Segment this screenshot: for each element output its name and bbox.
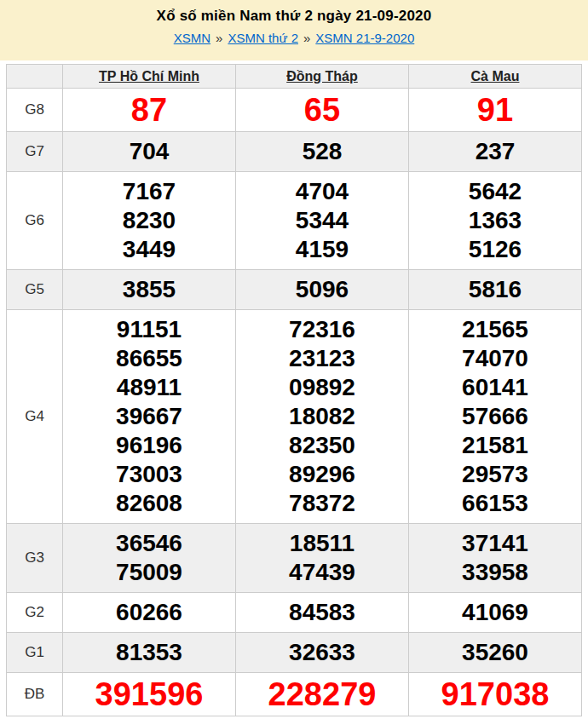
breadcrumb-link-xsmn-thu2[interactable]: XSMN thứ 2 [228, 31, 298, 45]
result-number: 81353 [63, 638, 235, 667]
province-link[interactable]: TP Hồ Chí Minh [99, 69, 199, 83]
result-number: 3449 [63, 235, 235, 264]
result-number: 91 [409, 91, 581, 129]
breadcrumb-separator: » [303, 31, 310, 45]
result-cell: 1851147439 [236, 524, 409, 593]
result-number: 21581 [409, 431, 581, 460]
result-number: 72316 [236, 315, 408, 344]
result-cell: 60266 [63, 593, 236, 633]
result-number: 66153 [409, 489, 581, 518]
result-number: 5126 [409, 235, 581, 264]
prize-label: ĐB [7, 673, 63, 716]
result-number: 32633 [236, 638, 408, 667]
result-number: 528 [236, 137, 408, 166]
prize-label: G8 [7, 89, 63, 132]
result-number: 96196 [63, 431, 235, 460]
result-number: 18511 [236, 529, 408, 558]
result-number: 5096 [236, 275, 408, 304]
result-number: 36546 [63, 529, 235, 558]
result-cell: 470453444159 [236, 172, 409, 270]
result-number: 48911 [63, 373, 235, 402]
result-cell: 716782303449 [63, 172, 236, 270]
result-number: 57666 [409, 402, 581, 431]
result-number: 86655 [63, 344, 235, 373]
result-number: 8230 [63, 206, 235, 235]
table-row: G8876591 [7, 89, 582, 132]
table-row: G3365467500918511474393714133958 [7, 524, 582, 593]
result-number: 23123 [236, 344, 408, 373]
result-number: 1363 [409, 206, 581, 235]
column-header: Cà Mau [409, 65, 582, 89]
results-table: TP Hồ Chí MinhĐồng ThápCà Mau G8876591G7… [6, 64, 582, 716]
prize-label: G4 [7, 310, 63, 524]
result-cell: 5096 [236, 270, 409, 310]
result-number: 391596 [63, 676, 235, 713]
result-number: 65 [236, 91, 408, 129]
breadcrumb: XSMN»XSMN thứ 2»XSMN 21-9-2020 [0, 31, 588, 45]
result-cell: 41069 [409, 593, 582, 633]
result-number: 228279 [236, 676, 408, 713]
result-number: 75009 [63, 558, 235, 587]
result-cell: 3654675009 [63, 524, 236, 593]
table-row: G2602668458341069 [7, 593, 582, 633]
result-number: 7167 [63, 177, 235, 206]
result-cell: 21565740706014157666215812957366153 [409, 310, 582, 524]
breadcrumb-link-xsmn-date[interactable]: XSMN 21-9-2020 [315, 31, 414, 45]
result-cell: 3855 [63, 270, 236, 310]
result-cell: 81353 [63, 633, 236, 673]
result-number: 21565 [409, 315, 581, 344]
province-link[interactable]: Đồng Tháp [286, 69, 358, 83]
breadcrumb-separator: » [216, 31, 222, 45]
result-cell: 3714133958 [409, 524, 582, 593]
breadcrumb-link-xsmn[interactable]: XSMN [174, 31, 210, 45]
result-cell: 5816 [409, 270, 582, 310]
prize-label: G3 [7, 524, 63, 593]
result-number: 3855 [63, 275, 235, 304]
result-number: 917038 [409, 676, 581, 713]
result-cell: 65 [236, 89, 409, 132]
column-header: TP Hồ Chí Minh [63, 65, 236, 89]
result-number: 82350 [236, 431, 408, 460]
result-cell: 91 [409, 89, 582, 132]
result-number: 35260 [409, 638, 581, 667]
result-cell: 391596 [63, 673, 236, 716]
result-number: 33958 [409, 558, 581, 587]
result-number: 09892 [236, 373, 408, 402]
column-header: Đồng Tháp [236, 65, 409, 89]
result-cell: 237 [409, 132, 582, 172]
result-cell: 72316231230989218082823508929678372 [236, 310, 409, 524]
result-cell: 91151866554891139667961967300382608 [63, 310, 236, 524]
result-number: 60141 [409, 373, 581, 402]
result-number: 4159 [236, 235, 408, 264]
result-number: 39667 [63, 402, 235, 431]
result-number: 237 [409, 137, 581, 166]
results-body: G8876591G7704528237G67167823034494704534… [7, 89, 582, 716]
result-number: 87 [63, 91, 235, 129]
result-number: 5642 [409, 177, 581, 206]
result-cell: 35260 [409, 633, 582, 673]
result-number: 78372 [236, 489, 408, 518]
result-number: 41069 [409, 598, 581, 627]
result-cell: 84583 [236, 593, 409, 633]
province-link[interactable]: Cà Mau [471, 69, 520, 83]
result-cell: 704 [63, 132, 236, 172]
table-row: G7704528237 [7, 132, 582, 172]
results-table-wrap: TP Hồ Chí MinhĐồng ThápCà Mau G8876591G7… [0, 60, 588, 716]
prize-label: G7 [7, 132, 63, 172]
prize-column-header [7, 65, 63, 89]
prize-label: G6 [7, 172, 63, 270]
table-row: G5385550965816 [7, 270, 582, 310]
result-number: 4704 [236, 177, 408, 206]
result-number: 5344 [236, 206, 408, 235]
page-banner: Xổ số miền Nam thứ 2 ngày 21-09-2020 XSM… [0, 0, 588, 60]
prize-label: G5 [7, 270, 63, 310]
result-number: 91151 [63, 315, 235, 344]
result-number: 60266 [63, 598, 235, 627]
result-number: 29573 [409, 460, 581, 489]
result-number: 74070 [409, 344, 581, 373]
prize-label: G1 [7, 633, 63, 673]
result-number: 5816 [409, 275, 581, 304]
page-title: Xổ số miền Nam thứ 2 ngày 21-09-2020 [0, 8, 588, 25]
result-number: 89296 [236, 460, 408, 489]
result-cell: 87 [63, 89, 236, 132]
